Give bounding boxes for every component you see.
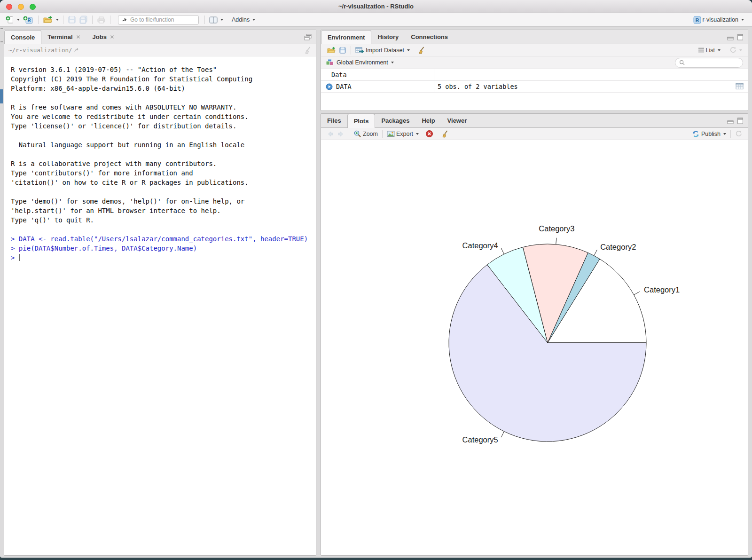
console-output-line: 'citation()' on how to cite R or R packa… xyxy=(11,179,316,188)
tab-label: Files xyxy=(327,117,341,124)
save-icon xyxy=(68,16,76,24)
tab-label: Terminal xyxy=(47,33,72,40)
toolbar-separator xyxy=(204,16,205,24)
console-output-line: Type 'license()' or 'licence()' for dist… xyxy=(11,122,316,132)
column-divider xyxy=(434,81,434,92)
open-file-button[interactable] xyxy=(41,15,60,25)
new-project-button[interactable]: R xyxy=(21,15,35,25)
addins-button[interactable]: Addins xyxy=(230,16,257,24)
environment-scope-selector[interactable]: Global Environment xyxy=(335,58,395,67)
tab-help[interactable]: Help xyxy=(415,114,441,127)
dropdown-caret xyxy=(739,49,742,51)
environment-section-header: Data xyxy=(321,69,748,81)
export-image-icon xyxy=(387,130,395,137)
console-output[interactable]: R version 3.6.1 (2019-07-05) -- "Action … xyxy=(4,56,316,263)
toolbar-separator xyxy=(110,16,110,24)
close-tab-icon[interactable] xyxy=(110,35,114,39)
export-plot-button[interactable]: Export xyxy=(385,129,420,138)
refresh-environment-button[interactable] xyxy=(728,46,744,55)
maximize-pane-icon[interactable] xyxy=(304,34,312,40)
dropdown-caret xyxy=(741,19,744,21)
pie-label-tick xyxy=(634,292,640,295)
console-tabbar: Console Terminal Jobs xyxy=(4,30,316,44)
console-output-line xyxy=(11,94,316,103)
next-plot-button[interactable] xyxy=(336,130,346,138)
dropdown-caret xyxy=(220,19,223,21)
project-name-label: r-visualization xyxy=(703,16,738,23)
console-prompt-line[interactable]: > xyxy=(11,254,316,263)
print-button[interactable] xyxy=(95,15,107,25)
publish-button[interactable]: Publish xyxy=(690,129,728,139)
minimize-pane-icon[interactable] xyxy=(727,118,734,124)
title-bar: ~/r-visualization - RStudio xyxy=(0,0,752,13)
tab-terminal[interactable]: Terminal xyxy=(41,30,86,44)
list-label: List xyxy=(706,47,715,54)
console-output-line: You are welcome to redistribute it under… xyxy=(11,113,316,122)
save-all-button[interactable] xyxy=(78,15,89,25)
pie-label: Category4 xyxy=(462,241,498,250)
dropdown-caret xyxy=(391,62,394,63)
tab-environment[interactable]: Environment xyxy=(321,30,371,44)
clear-all-plots-icon[interactable] xyxy=(439,129,450,139)
tab-jobs[interactable]: Jobs xyxy=(86,30,120,44)
goto-file-function-box[interactable] xyxy=(118,15,199,25)
previous-plot-button[interactable] xyxy=(325,130,336,138)
zoom-plot-button[interactable]: Zoom xyxy=(352,129,379,139)
pie-label-tick xyxy=(501,432,504,438)
tab-packages[interactable]: Packages xyxy=(375,114,415,127)
text-cursor xyxy=(19,254,20,261)
project-r-cube-icon: R xyxy=(693,16,701,24)
publish-label: Publish xyxy=(701,131,721,137)
global-environment-icon xyxy=(326,59,334,66)
refresh-icon xyxy=(735,130,742,137)
console-output-line: Natural language support but running in … xyxy=(11,141,316,150)
goto-arrow-icon xyxy=(121,16,128,23)
pie-chart-svg: Category1Category2Category3Category4Cate… xyxy=(321,140,748,556)
environment-pane: Environment History Connections xyxy=(321,30,748,111)
tab-files[interactable]: Files xyxy=(321,114,347,127)
dropdown-caret xyxy=(416,133,419,135)
maximize-pane-icon[interactable] xyxy=(737,34,744,40)
refresh-plot-button[interactable] xyxy=(734,129,744,138)
scope-label: Global Environment xyxy=(337,59,388,66)
tab-viewer[interactable]: Viewer xyxy=(441,114,473,127)
expand-object-icon[interactable] xyxy=(326,83,333,90)
save-workspace-button[interactable] xyxy=(337,46,348,55)
dropdown-caret xyxy=(723,133,726,135)
environment-search-input[interactable] xyxy=(687,59,739,66)
dropdown-caret xyxy=(718,49,721,51)
toolbar-separator xyxy=(92,16,93,24)
new-project-icon: R xyxy=(23,16,34,24)
object-name: DATA xyxy=(336,83,352,90)
save-button[interactable] xyxy=(66,15,78,25)
environment-entry-row[interactable]: DATA 5 obs. of 2 variables xyxy=(321,81,748,93)
clear-environment-icon[interactable] xyxy=(416,45,427,55)
view-data-grid-icon[interactable] xyxy=(736,83,744,90)
tab-connections[interactable]: Connections xyxy=(405,30,454,44)
new-file-button[interactable] xyxy=(4,15,21,25)
console-command-line: > pie(DATA$Number.of.Times, DATA$Categor… xyxy=(11,245,316,254)
remove-plot-button[interactable] xyxy=(424,129,435,139)
import-dataset-button[interactable]: Import Dataset xyxy=(354,46,411,55)
environment-view-button[interactable]: List xyxy=(697,46,722,55)
tab-label: History xyxy=(377,33,399,40)
main-toolbar: R xyxy=(0,13,752,27)
dropdown-caret xyxy=(252,19,255,21)
console-command-line: > DATA <- read.table("/Users/lsalazar/co… xyxy=(11,235,316,245)
console-output-line xyxy=(11,188,316,197)
tab-console[interactable]: Console xyxy=(4,30,41,44)
project-selector[interactable]: R r-visualization xyxy=(692,15,745,25)
environment-search-box[interactable] xyxy=(675,58,743,68)
tab-history[interactable]: History xyxy=(371,30,405,44)
minimize-pane-icon[interactable] xyxy=(727,34,734,40)
maximize-pane-icon[interactable] xyxy=(737,118,744,124)
clear-console-icon[interactable] xyxy=(304,46,312,54)
load-workspace-button[interactable] xyxy=(325,46,337,55)
goto-file-function-input[interactable] xyxy=(130,16,196,23)
pane-layout-button[interactable] xyxy=(208,16,225,24)
tab-plots[interactable]: Plots xyxy=(347,114,376,128)
console-path-bar: ~/r-visualization/ xyxy=(4,44,316,56)
close-tab-icon[interactable] xyxy=(76,35,80,39)
goto-directory-icon[interactable] xyxy=(74,47,80,53)
plots-tabbar: Files Plots Packages Help Viewer xyxy=(321,114,748,128)
